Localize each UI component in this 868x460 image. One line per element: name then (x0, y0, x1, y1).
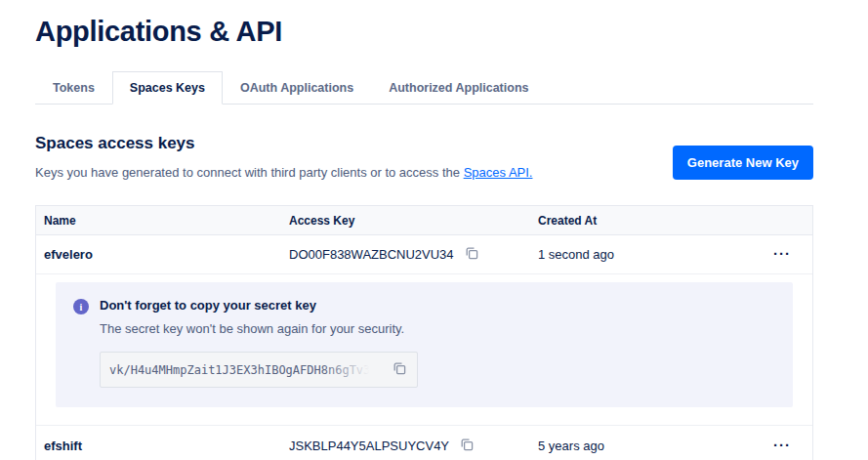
section-description: Keys you have generated to connect with … (35, 165, 532, 180)
access-key-value: DO00F838WAZBCNU2VU34 (289, 247, 454, 262)
copy-secret-key-button[interactable] (391, 359, 408, 380)
section-header-text: Spaces access keys Keys you have generat… (35, 134, 532, 180)
callout-body: The secret key won't be shown again for … (100, 321, 418, 336)
section-header: Spaces access keys Keys you have generat… (35, 134, 813, 180)
copy-icon (465, 246, 478, 263)
tab-bar: Tokens Spaces Keys OAuth Applications Au… (35, 71, 813, 105)
created-at-value: 1 second ago (538, 247, 760, 262)
tab-authorized-applications[interactable]: Authorized Applications (371, 71, 546, 104)
generate-new-key-button[interactable]: Generate New Key (673, 146, 813, 180)
spaces-keys-table: Name Access Key Created At efvelero DO00… (35, 205, 813, 460)
access-key-value: JSKBLP44Y5ALPSUYCV4Y (289, 439, 449, 453)
column-header-created-at: Created At (538, 214, 760, 228)
row-actions-menu-button[interactable]: ··· (769, 439, 795, 452)
section-heading: Spaces access keys (35, 134, 532, 153)
spaces-api-link[interactable]: Spaces API. (464, 165, 533, 180)
page-container: Applications & API Tokens Spaces Keys OA… (0, 0, 868, 460)
created-at-value: 5 years ago (538, 439, 760, 453)
tab-oauth-applications[interactable]: OAuth Applications (223, 71, 371, 104)
secret-key-value: vk/H4u4MHmpZait1J3EX3hIBOgAFDH8n6gTv3H (109, 363, 378, 377)
key-name: efshift (44, 439, 289, 453)
table-header-row: Name Access Key Created At (36, 206, 812, 235)
copy-icon (393, 361, 406, 378)
secret-key-callout: i Don't forget to copy your secret key T… (56, 282, 793, 407)
copy-icon (460, 438, 474, 454)
key-name: efvelero (44, 247, 289, 262)
copy-access-key-button[interactable] (463, 244, 480, 265)
tab-spaces-keys[interactable]: Spaces Keys (112, 71, 223, 105)
copy-access-key-button[interactable] (458, 436, 475, 456)
column-header-name: Name (44, 214, 289, 228)
row-actions-menu-button[interactable]: ··· (769, 247, 795, 261)
section-description-text: Keys you have generated to connect with … (35, 165, 464, 180)
secret-key-box: vk/H4u4MHmpZait1J3EX3hIBOgAFDH8n6gTv3H (100, 352, 418, 388)
column-header-access-key: Access Key (289, 214, 538, 228)
table-row: efvelero DO00F838WAZBCNU2VU34 1 second a… (36, 235, 812, 274)
table-row: efshift JSKBLP44Y5ALPSUYCV4Y 5 years ago… (36, 426, 812, 460)
callout-title: Don't forget to copy your secret key (100, 298, 418, 313)
secret-key-callout-wrap: i Don't forget to copy your secret key T… (36, 274, 812, 426)
page-title: Applications & API (35, 16, 813, 48)
info-icon: i (73, 299, 89, 314)
callout-content: Don't forget to copy your secret key The… (100, 298, 418, 388)
tab-tokens[interactable]: Tokens (35, 71, 112, 104)
